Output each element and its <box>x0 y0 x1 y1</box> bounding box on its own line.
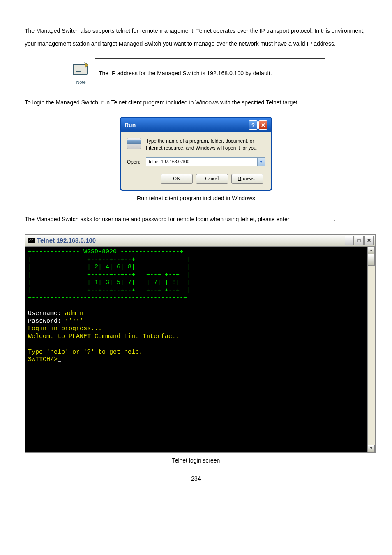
open-label: Open: <box>127 159 141 165</box>
chevron-down-icon[interactable]: ▼ <box>257 158 265 166</box>
note-icon <box>71 61 90 77</box>
telnet-titlebar: C:\ Telnet 192.168.0.100 _ □ ✕ <box>25 235 375 247</box>
run-instruction: Type the name of a program, folder, docu… <box>146 138 265 152</box>
intro-paragraph: The Managed Switch also supports telnet … <box>25 25 367 50</box>
note-box: Note The IP address for the Managed Swit… <box>67 58 325 88</box>
telnet-caption: Telnet login screen <box>25 457 367 464</box>
run-titlebar: Run ? ✕ <box>121 118 271 132</box>
asks-paragraph: The Managed Switch asks for user name an… <box>25 213 367 226</box>
telnet-window: C:\ Telnet 192.168.0.100 _ □ ✕ +--------… <box>25 234 376 453</box>
run-app-icon <box>127 138 141 149</box>
note-text: The IP address for the Managed Switch is… <box>95 58 325 88</box>
minimize-icon[interactable]: _ <box>345 236 354 245</box>
scroll-thumb[interactable] <box>368 254 375 266</box>
run-caption: Run telnet client program included in Wi… <box>25 195 367 201</box>
note-label: Note <box>76 80 85 85</box>
run-title: Run <box>125 122 136 128</box>
run-dialog: Run ? ✕ Type the name of a program, fold… <box>120 117 272 191</box>
page-number: 234 <box>25 475 367 482</box>
open-combobox[interactable]: ▼ <box>146 157 265 166</box>
login-paragraph: To login the Managed Switch, run Telnet … <box>25 96 367 109</box>
cmd-icon: C:\ <box>28 238 35 243</box>
browse-button[interactable]: Browse... <box>231 174 263 184</box>
open-input[interactable] <box>146 158 257 166</box>
scroll-up-icon[interactable]: ▲ <box>368 247 375 254</box>
telnet-title: Telnet 192.168.0.100 <box>37 237 96 244</box>
scrollbar[interactable]: ▲ ▼ <box>367 247 375 452</box>
telnet-content: +------------- WGSD-8020 ---------------… <box>25 247 367 452</box>
cancel-button[interactable]: Cancel <box>196 174 228 184</box>
scroll-down-icon[interactable]: ▼ <box>368 445 375 452</box>
close-icon[interactable]: ✕ <box>364 236 374 245</box>
close-icon[interactable]: ✕ <box>258 120 267 130</box>
scroll-track[interactable] <box>368 254 375 445</box>
ok-button[interactable]: OK <box>161 174 193 184</box>
help-icon[interactable]: ? <box>249 120 258 130</box>
maximize-icon[interactable]: □ <box>355 236 364 245</box>
